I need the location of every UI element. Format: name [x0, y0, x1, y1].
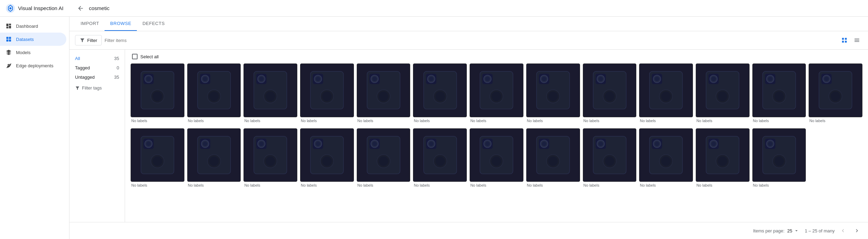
image-card[interactable]: No labels	[243, 128, 297, 188]
sidebar-item-dashboard-label: Dashboard	[16, 24, 38, 29]
svg-point-75	[768, 77, 772, 82]
filter-input[interactable]	[105, 38, 836, 43]
svg-point-27	[316, 77, 321, 82]
filter-untagged[interactable]: Untagged 35	[69, 72, 125, 82]
image-grid-container[interactable]: Select all No labelsNo labelsNo labelsNo…	[125, 50, 868, 222]
sidebar-item-datasets[interactable]: Datasets	[0, 33, 66, 46]
filter-untagged-label: Untagged	[75, 75, 94, 80]
image-card[interactable]: No labels	[639, 63, 693, 123]
tag-filter-button[interactable]: Filter tags	[69, 83, 107, 93]
image-card[interactable]: No labels	[583, 63, 637, 123]
image-card[interactable]: No labels	[526, 128, 580, 188]
image-card[interactable]: No labels	[187, 63, 241, 123]
image-thumbnail	[413, 63, 467, 117]
filter-tagged-count: 0	[117, 65, 119, 70]
prev-page-button[interactable]	[837, 225, 849, 236]
svg-point-65	[661, 92, 671, 101]
svg-point-131	[548, 156, 558, 166]
image-card[interactable]: No labels	[357, 63, 411, 123]
image-card[interactable]: No labels	[131, 63, 184, 123]
svg-point-141	[655, 142, 660, 146]
grid-view-button[interactable]	[839, 35, 850, 46]
svg-point-17	[209, 92, 218, 101]
image-card[interactable]: No labels	[131, 128, 184, 188]
svg-point-15	[202, 77, 207, 82]
image-card[interactable]: No labels	[300, 63, 354, 123]
svg-point-105	[316, 142, 321, 146]
image-thumbnail	[187, 63, 241, 117]
image-label: No labels	[470, 119, 523, 123]
select-all-checkbox[interactable]	[132, 54, 138, 59]
list-view-button[interactable]	[851, 35, 862, 46]
svg-point-99	[259, 142, 264, 146]
svg-rect-3	[9, 37, 11, 39]
image-thumbnail	[583, 63, 637, 117]
items-per-page: Items per page: 25	[753, 228, 799, 233]
image-thumbnail	[131, 63, 184, 117]
svg-point-47	[492, 92, 501, 101]
filter-all[interactable]: All 35	[69, 54, 125, 63]
image-card[interactable]: No labels	[413, 63, 467, 123]
svg-point-125	[492, 156, 501, 166]
svg-rect-2	[6, 37, 8, 39]
svg-point-51	[542, 77, 547, 82]
image-label: No labels	[526, 183, 580, 187]
image-card[interactable]: No labels	[526, 63, 580, 123]
sidebar-item-models[interactable]: Models	[0, 46, 66, 59]
svg-point-117	[429, 142, 433, 146]
select-all-label[interactable]: Select all	[140, 54, 159, 59]
tab-defects[interactable]: DEFECTS	[137, 17, 170, 31]
tab-browse[interactable]: BROWSE	[105, 17, 137, 31]
image-label: No labels	[300, 119, 354, 123]
image-label: No labels	[357, 183, 411, 187]
grid-icon	[841, 37, 848, 43]
sidebar-item-dashboard[interactable]: Dashboard	[0, 19, 66, 33]
svg-point-11	[153, 92, 162, 101]
image-label: No labels	[131, 119, 184, 123]
image-card[interactable]: No labels	[696, 63, 750, 123]
image-label: No labels	[243, 183, 297, 187]
image-card[interactable]: No labels	[752, 63, 806, 123]
image-thumbnail	[809, 63, 862, 117]
image-card[interactable]: No labels	[357, 128, 411, 188]
image-card[interactable]: No labels	[187, 128, 241, 188]
next-page-button[interactable]	[851, 225, 862, 236]
image-card[interactable]: No labels	[639, 128, 693, 188]
svg-point-77	[774, 92, 784, 101]
back-button[interactable]	[75, 3, 86, 14]
content-area: IMPORT BROWSE DEFECTS Filter	[69, 17, 868, 239]
image-card[interactable]: No labels	[583, 128, 637, 188]
tab-import[interactable]: IMPORT	[75, 17, 105, 31]
filter-section: All 35 Tagged 0 Untagged 35	[69, 52, 125, 83]
pagination: 1 – 25 of many	[805, 225, 862, 236]
image-card[interactable]: No labels	[243, 63, 297, 123]
image-card[interactable]: No labels	[470, 128, 523, 188]
filter-tagged[interactable]: Tagged 0	[69, 63, 125, 72]
image-card[interactable]: No labels	[300, 128, 354, 188]
svg-point-35	[379, 92, 388, 101]
svg-point-63	[655, 77, 660, 82]
image-card[interactable]: No labels	[809, 63, 862, 123]
image-card[interactable]: No labels	[696, 128, 750, 188]
filter-all-count: 35	[114, 56, 119, 61]
image-thumbnail	[470, 63, 523, 117]
image-grid-row-1: No labelsNo labelsNo labelsNo labelsNo l…	[131, 63, 862, 123]
filter-button[interactable]: Filter	[75, 35, 102, 45]
svg-point-9	[146, 77, 151, 82]
dropdown-icon	[794, 228, 799, 233]
items-per-page-select[interactable]: 25	[787, 228, 799, 233]
image-label: No labels	[752, 183, 806, 187]
svg-point-53	[548, 92, 558, 101]
svg-point-89	[153, 156, 162, 166]
image-thumbnail	[526, 128, 580, 182]
image-label: No labels	[752, 119, 806, 123]
sidebar: Dashboard Datasets Models	[0, 17, 69, 239]
image-label: No labels	[583, 183, 637, 187]
image-label: No labels	[470, 183, 523, 187]
image-card[interactable]: No labels	[413, 128, 467, 188]
image-thumbnail	[300, 128, 354, 182]
image-thumbnail	[639, 63, 693, 117]
image-card[interactable]: No labels	[470, 63, 523, 123]
image-card[interactable]: No labels	[752, 128, 806, 188]
sidebar-item-edge-deployments[interactable]: Edge deployments	[0, 59, 66, 72]
